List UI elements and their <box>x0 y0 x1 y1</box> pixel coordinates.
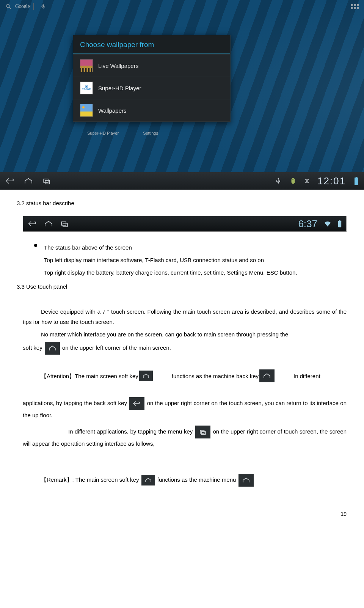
heading-3-2: 3.2 status bar describe <box>17 198 347 208</box>
bullet-title: The status bar above of the screen <box>44 242 297 253</box>
home-softkey-icon <box>45 342 60 355</box>
paragraph: Device equipped with a 7 " touch screen.… <box>23 306 347 327</box>
mic-icon[interactable] <box>41 3 46 10</box>
svg-rect-8 <box>356 177 357 178</box>
navbar-clock: 12:01 <box>317 175 346 187</box>
paragraph: No matter which interface you are on the… <box>23 329 347 339</box>
desktop-label: Super-HD Player <box>87 131 119 135</box>
svg-point-0 <box>6 5 9 8</box>
battery-icon <box>354 177 359 185</box>
back-icon[interactable] <box>28 220 38 228</box>
bullet-item: The status bar above of the screen Top l… <box>34 240 347 280</box>
text: applications, by tapping the back soft k… <box>23 400 129 406</box>
heading-3-3: 3.3 Use touch panel <box>17 281 347 292</box>
dialog-title: Choose wallpaper from <box>73 35 230 54</box>
super-hd-player-icon: ▣2160P <box>80 82 93 94</box>
dialog-option-label: Live Wallpapers <box>98 63 138 69</box>
dialog-option-wallpapers[interactable]: Wallpapers <box>73 99 230 121</box>
tablet-screenshot: Google Choose wallpaper from Live Wallpa… <box>0 0 364 190</box>
page-number: 19 <box>23 509 347 519</box>
remark-line: 【Remark】: The main screen soft key funct… <box>23 474 347 487</box>
usb-icon <box>275 177 281 185</box>
dialog-option-live-wallpapers[interactable]: Live Wallpapers <box>73 54 230 77</box>
home-softkey-icon <box>141 475 155 485</box>
search-icon[interactable] <box>5 3 11 9</box>
text: In different <box>275 371 320 381</box>
live-wallpapers-icon <box>80 59 93 72</box>
back-softkey-icon <box>129 397 144 410</box>
attention-line: 【Attention】The main screen soft key func… <box>23 369 347 382</box>
svg-point-7 <box>293 179 294 180</box>
text: functions as the machine menu <box>157 476 236 483</box>
text: soft key <box>23 344 44 351</box>
text: 【Remark】: The main screen soft key <box>41 476 141 483</box>
home-softkey-icon <box>259 369 275 382</box>
back-icon[interactable] <box>5 177 15 185</box>
svg-rect-13 <box>338 221 341 228</box>
wallpapers-icon <box>80 104 93 117</box>
svg-rect-2 <box>42 4 44 7</box>
svg-rect-9 <box>355 178 358 185</box>
text: In different applications, by tapping th… <box>68 428 195 435</box>
dialog-option-label: Wallpapers <box>98 107 126 114</box>
home-icon[interactable] <box>24 177 33 185</box>
home-icon[interactable] <box>44 220 53 228</box>
text: on the upper left corner of the main scr… <box>62 344 171 351</box>
android-nav-bar: ⧖ 12:01 <box>0 172 364 190</box>
document-body: 3.2 status bar describe 6:37 The status … <box>0 190 364 534</box>
svg-line-1 <box>9 7 11 9</box>
google-search-label[interactable]: Google <box>15 3 30 9</box>
recents-softkey-icon <box>195 426 210 438</box>
svg-rect-12 <box>339 220 340 221</box>
dialog-option-label: Super-HD Player <box>98 85 141 91</box>
paragraph-with-key: soft key on the upper left corner of the… <box>23 342 347 355</box>
bullet-line: Top left display main interface software… <box>44 255 297 265</box>
desktop-app-labels: Super-HD Player Settings <box>87 131 158 135</box>
home-softkey-icon <box>139 371 153 381</box>
bullet-dot-icon <box>34 244 37 247</box>
tablet-top-bar: Google <box>0 0 364 13</box>
android-debug-icon <box>290 177 297 185</box>
status-bar-clock: 6:37 <box>298 215 317 233</box>
wallpaper-chooser-dialog: Choose wallpaper from Live Wallpapers ▣2… <box>73 35 231 122</box>
desktop-label: Settings <box>143 131 158 135</box>
status-bar-example: 6:37 <box>23 216 347 232</box>
menu-key-paragraph: In different applications, by tapping th… <box>23 426 347 449</box>
battery-icon <box>338 220 342 228</box>
dialog-option-super-hd-player[interactable]: ▣2160P Super-HD Player <box>73 77 230 99</box>
wifi-icon <box>323 220 332 227</box>
bluetooth-icon: ⧖ <box>305 178 309 184</box>
recents-icon[interactable] <box>60 220 69 228</box>
apps-grid-icon[interactable] <box>351 4 359 9</box>
text: functions as the machine back key <box>154 371 259 381</box>
back-key-paragraph: applications, by tapping the back soft k… <box>23 397 347 420</box>
divider <box>33 3 34 10</box>
recents-icon[interactable] <box>42 177 52 185</box>
text: 【Attention】The main screen soft key <box>23 371 138 381</box>
home-softkey-icon <box>238 474 254 487</box>
bullet-line: Top right display the battery, battery c… <box>44 267 297 278</box>
svg-point-6 <box>292 179 293 180</box>
